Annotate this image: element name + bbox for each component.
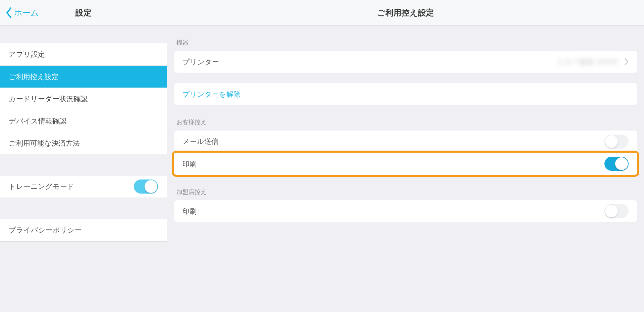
back-button[interactable]: ホーム	[6, 0, 39, 25]
sidebar-item-card-reader-status[interactable]: カードリーダー状況確認	[0, 88, 167, 110]
sidebar-item-label: ご利用控え設定	[9, 72, 158, 81]
sidebar-title: 設定	[75, 7, 92, 18]
release-printer-button[interactable]: プリンターを解除	[174, 83, 637, 105]
sidebar-header: ホーム 設定	[0, 0, 167, 25]
training-mode-row: トレーニングモード	[0, 175, 167, 198]
release-printer-panel: プリンターを解除	[174, 83, 637, 105]
section-label-customer: お客様控え	[174, 105, 637, 130]
sidebar-item-app-settings[interactable]: アプリ設定	[0, 43, 167, 65]
section-label-merchant: 加盟店控え	[174, 175, 637, 200]
sidebar-item-privacy[interactable]: プライバシーポリシー	[0, 219, 167, 241]
customer-print-label: 印刷	[182, 159, 604, 168]
sidebar-item-device-info[interactable]: デバイス情報確認	[0, 110, 167, 132]
training-mode-toggle[interactable]	[134, 179, 158, 194]
customer-print-row: 印刷	[174, 153, 637, 175]
printer-row[interactable]: プリンター スター精密 mPOP	[174, 51, 637, 73]
merchant-print-row: 印刷	[174, 200, 637, 222]
settings-nav-list: アプリ設定 ご利用控え設定 カードリーダー状況確認 デバイス情報確認 ご利用可能…	[0, 43, 167, 154]
toggle-knob	[605, 205, 618, 217]
merchant-panel: 印刷	[174, 200, 637, 222]
sidebar-item-label: カードリーダー状況確認	[9, 94, 158, 103]
sidebar-item-payment-methods[interactable]: ご利用可能な決済方法	[0, 132, 167, 154]
sidebar-item-label: デバイス情報確認	[9, 116, 158, 125]
merchant-print-label: 印刷	[182, 207, 604, 216]
training-mode-group: トレーニングモード	[0, 175, 167, 198]
mail-send-row: メール送信	[174, 131, 637, 153]
customer-panel: メール送信 印刷	[174, 131, 637, 177]
device-panel: プリンター スター精密 mPOP	[174, 51, 637, 73]
content-header: ご利用控え設定	[167, 0, 644, 25]
sidebar-item-label: プライバシーポリシー	[9, 225, 158, 235]
merchant-print-toggle[interactable]	[604, 204, 629, 218]
settings-sidebar: ホーム 設定 アプリ設定 ご利用控え設定 カードリーダー状況確認 デバイス情報確…	[0, 0, 167, 312]
page-title: ご利用控え設定	[377, 7, 434, 18]
training-mode-label: トレーニングモード	[9, 182, 134, 191]
sidebar-item-label: ご利用可能な決済方法	[9, 139, 158, 148]
privacy-group: プライバシーポリシー	[0, 219, 167, 242]
printer-value: スター精密 mPOP	[556, 57, 619, 66]
sidebar-item-receipt-settings[interactable]: ご利用控え設定	[0, 65, 167, 88]
toggle-knob	[145, 180, 157, 193]
chevron-right-icon	[625, 58, 629, 65]
printer-label: プリンター	[182, 57, 556, 66]
customer-print-toggle[interactable]	[604, 157, 629, 171]
back-label: ホーム	[14, 7, 39, 18]
chevron-left-icon	[6, 7, 12, 18]
toggle-knob	[615, 157, 628, 170]
toggle-knob	[605, 135, 618, 148]
content-pane: ご利用控え設定 機器 プリンター スター精密 mPOP プリンターを解除	[167, 0, 644, 312]
mail-send-toggle[interactable]	[604, 135, 629, 149]
sidebar-item-label: アプリ設定	[9, 50, 158, 59]
mail-send-label: メール送信	[182, 137, 604, 146]
release-printer-label: プリンターを解除	[182, 90, 629, 99]
highlight-annotation: 印刷	[172, 151, 639, 177]
section-label-device: 機器	[174, 25, 637, 51]
